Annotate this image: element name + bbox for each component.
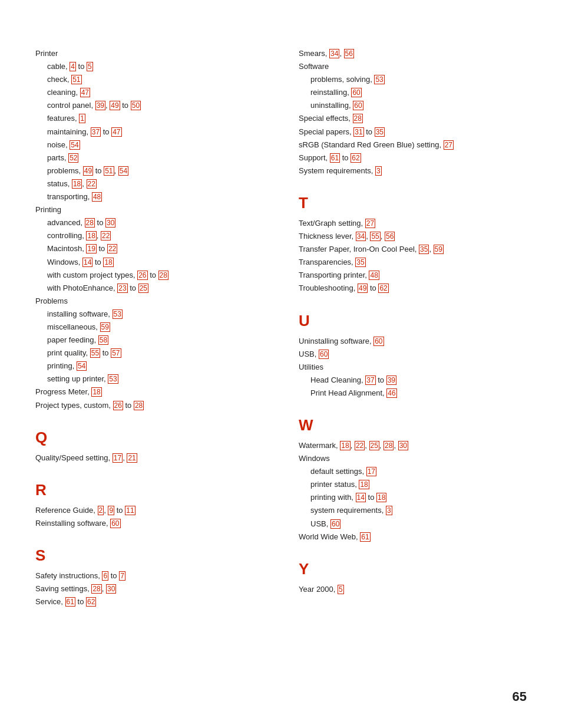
page-ref-link[interactable]: 17: [113, 453, 123, 463]
page-ref-link[interactable]: 3: [375, 166, 382, 176]
page-ref-link[interactable]: 53: [108, 374, 118, 384]
page-ref-link[interactable]: 59: [434, 245, 444, 254]
page-ref-link[interactable]: 23: [117, 284, 127, 293]
page-ref-link[interactable]: 2: [98, 506, 104, 515]
page-ref-link[interactable]: 53: [374, 75, 384, 84]
page-ref-link[interactable]: 34: [329, 49, 339, 58]
page-ref-link[interactable]: 18: [72, 179, 82, 189]
page-ref-link[interactable]: 28: [134, 401, 144, 410]
page-ref-link[interactable]: 27: [444, 140, 454, 150]
page-ref-link[interactable]: 28: [384, 441, 394, 450]
page-ref-link[interactable]: 18: [86, 231, 96, 241]
page-ref-link[interactable]: 56: [344, 49, 354, 58]
entry-sub-item: maintaining, 37 to 47: [35, 126, 257, 139]
page-ref-link[interactable]: 60: [373, 337, 384, 346]
page-ref-link[interactable]: 60: [351, 88, 361, 97]
page-ref-link[interactable]: 22: [87, 179, 97, 189]
page-ref-link[interactable]: 51: [71, 75, 81, 84]
page-ref-link[interactable]: 55: [90, 348, 100, 358]
page-ref-link[interactable]: 48: [369, 271, 379, 280]
page-ref-link[interactable]: 57: [111, 348, 121, 358]
page-ref-link[interactable]: 35: [419, 245, 429, 254]
page-ref-link[interactable]: 7: [119, 571, 125, 581]
page-ref-link[interactable]: 34: [356, 232, 366, 241]
index-entry: Thickness lever, 34, 55, 56: [299, 230, 527, 243]
index-entry: Text/Graph setting, 27: [299, 217, 527, 230]
page-ref-link[interactable]: 55: [370, 232, 380, 241]
entry-main-inline: System requirements, 3: [299, 164, 527, 177]
page-ref-link[interactable]: 21: [127, 453, 137, 463]
page-ref-link[interactable]: 18: [91, 387, 101, 397]
page-ref-link[interactable]: 53: [113, 309, 123, 319]
page-ref-link[interactable]: 49: [358, 284, 368, 293]
page-ref-link[interactable]: 25: [369, 441, 379, 450]
page-ref-link[interactable]: 61: [65, 597, 75, 607]
page-ref-link[interactable]: 5: [87, 62, 93, 71]
page-ref-link[interactable]: 39: [95, 101, 105, 110]
page-ref-link[interactable]: 22: [355, 441, 365, 450]
entry-main-inline: Support, 61 to 62: [299, 151, 527, 164]
page-ref-link[interactable]: 59: [100, 322, 110, 332]
page-ref-link[interactable]: 18: [359, 480, 369, 489]
page-ref-link[interactable]: 60: [319, 350, 329, 359]
page-ref-link[interactable]: 3: [386, 506, 392, 515]
page-ref-link[interactable]: 47: [111, 127, 121, 137]
page-ref-link[interactable]: 31: [353, 127, 363, 137]
page-ref-link[interactable]: 60: [330, 519, 340, 529]
page-ref-link[interactable]: 4: [70, 62, 76, 71]
page-ref-link[interactable]: 1: [79, 114, 85, 123]
entry-sub-item: status, 18, 22: [35, 177, 257, 190]
page-ref-link[interactable]: 14: [356, 493, 366, 502]
page-ref-link[interactable]: 28: [158, 271, 168, 280]
page-ref-link[interactable]: 35: [355, 258, 365, 267]
page-ref-link[interactable]: 18: [340, 441, 350, 450]
page-ref-link[interactable]: 28: [353, 114, 363, 123]
page-ref-link[interactable]: 25: [138, 284, 148, 293]
page-ref-link[interactable]: 51: [104, 166, 114, 176]
page-ref-link[interactable]: 11: [125, 506, 135, 515]
page-ref-link[interactable]: 58: [98, 335, 108, 345]
page-ref-link[interactable]: 52: [68, 153, 78, 163]
page-ref-link[interactable]: 6: [102, 571, 108, 581]
page-ref-link[interactable]: 46: [386, 388, 396, 398]
page-ref-link[interactable]: 18: [103, 258, 113, 267]
page-ref-link[interactable]: 50: [131, 101, 141, 110]
page-ref-link[interactable]: 56: [385, 232, 395, 241]
entry-main-inline: Year 2000, 5: [299, 583, 527, 596]
page-ref-link[interactable]: 18: [376, 493, 386, 502]
page-ref-link[interactable]: 54: [118, 166, 128, 176]
index-entry: Quality/Speed setting, 17, 21: [35, 452, 257, 465]
page-ref-link[interactable]: 28: [85, 218, 95, 228]
page-ref-link[interactable]: 14: [82, 258, 92, 267]
page-ref-link[interactable]: 54: [77, 361, 87, 371]
page-ref-link[interactable]: 26: [137, 271, 147, 280]
page-ref-link[interactable]: 35: [375, 127, 385, 137]
page-ref-link[interactable]: 62: [86, 597, 96, 607]
page-ref-link[interactable]: 62: [378, 284, 388, 293]
page-ref-link[interactable]: 9: [108, 506, 114, 515]
page-ref-link[interactable]: 48: [92, 192, 102, 202]
page-ref-link[interactable]: 27: [365, 219, 375, 228]
page-ref-link[interactable]: 61: [330, 153, 340, 163]
page-ref-link[interactable]: 30: [106, 584, 116, 594]
page-ref-link[interactable]: 47: [80, 88, 90, 97]
page-ref-link[interactable]: 37: [91, 127, 101, 137]
page-ref-link[interactable]: 37: [365, 375, 375, 385]
page-ref-link[interactable]: 60: [110, 519, 120, 528]
page-ref-link[interactable]: 22: [101, 231, 111, 241]
page-ref-link[interactable]: 28: [91, 584, 101, 594]
page-ref-link[interactable]: 62: [351, 153, 361, 163]
page-ref-link[interactable]: 17: [366, 467, 376, 476]
page-ref-link[interactable]: 39: [386, 375, 396, 385]
page-ref-link[interactable]: 19: [86, 244, 96, 253]
page-ref-link[interactable]: 60: [353, 101, 363, 110]
page-ref-link[interactable]: 22: [107, 244, 117, 253]
page-ref-link[interactable]: 26: [113, 401, 123, 410]
page-ref-link[interactable]: 30: [398, 441, 408, 450]
page-ref-link[interactable]: 54: [70, 140, 80, 150]
page-ref-link[interactable]: 30: [105, 218, 115, 228]
page-ref-link[interactable]: 61: [360, 532, 370, 542]
page-ref-link[interactable]: 5: [338, 585, 344, 594]
page-ref-link[interactable]: 49: [83, 166, 93, 176]
page-ref-link[interactable]: 49: [110, 101, 120, 110]
